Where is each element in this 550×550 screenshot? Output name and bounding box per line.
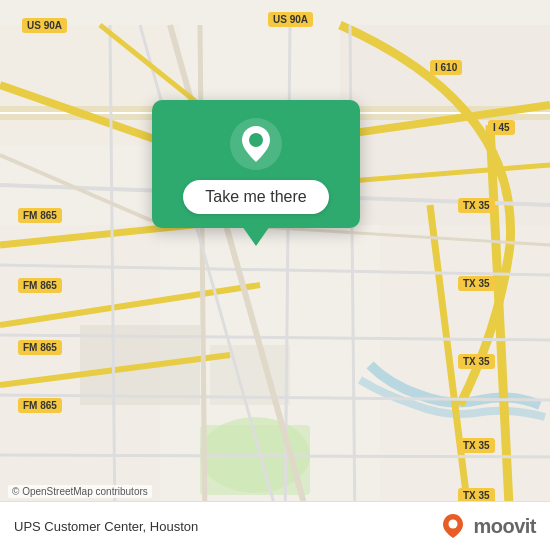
- location-label: UPS Customer Center, Houston: [14, 519, 198, 534]
- road-label-us90a-2: US 90A: [268, 12, 313, 27]
- osm-attribution: © OpenStreetMap contributors: [8, 485, 152, 498]
- map-background: [0, 0, 550, 550]
- svg-point-35: [449, 520, 458, 529]
- road-label-tx35-1: TX 35: [458, 198, 495, 213]
- take-me-there-button[interactable]: Take me there: [183, 180, 328, 214]
- road-label-tx35-4: TX 35: [458, 438, 495, 453]
- svg-point-34: [249, 133, 263, 147]
- road-label-i45: I 45: [488, 120, 515, 135]
- road-label-i610: I 610: [430, 60, 462, 75]
- bottom-bar: UPS Customer Center, Houston moovit: [0, 501, 550, 550]
- moovit-wordmark: moovit: [473, 515, 536, 538]
- location-pin-icon: [230, 118, 282, 170]
- moovit-logo: moovit: [439, 512, 536, 540]
- location-popup: Take me there: [152, 100, 360, 228]
- road-label-fm865-1: FM 865: [18, 208, 62, 223]
- map-container: US 90A US 90A I 610 I 45 FM 865 FM 865 F…: [0, 0, 550, 550]
- road-label-tx35-3: TX 35: [458, 354, 495, 369]
- road-label-tx35-2: TX 35: [458, 276, 495, 291]
- road-label-fm865-2: FM 865: [18, 278, 62, 293]
- road-label-fm865-3: FM 865: [18, 340, 62, 355]
- moovit-pin-icon: [439, 512, 467, 540]
- svg-line-22: [0, 455, 550, 457]
- svg-rect-4: [340, 25, 550, 225]
- road-label-us90a-1: US 90A: [22, 18, 67, 33]
- road-label-fm865-4: FM 865: [18, 398, 62, 413]
